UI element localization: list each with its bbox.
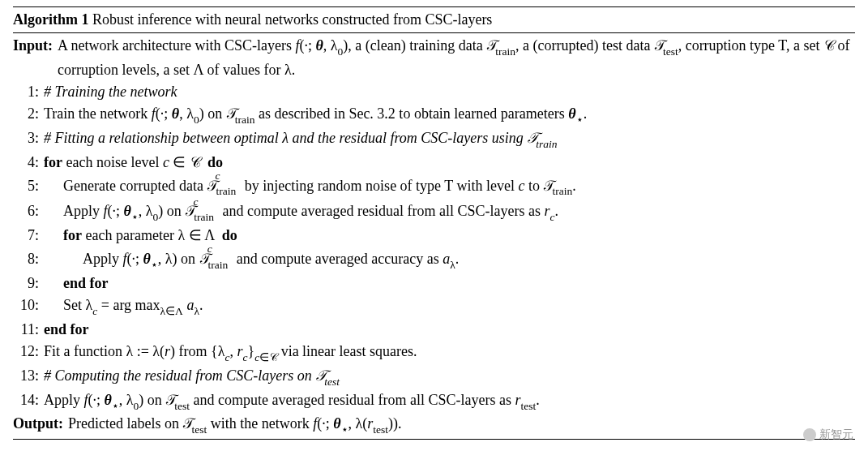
line-number: 14: [13,389,44,411]
line-content: Train the network f(·; θ, λ0) on 𝒯train … [44,103,855,127]
line-number: 11: [13,319,44,341]
line-content: for each parameter λ ∈ Λ do [44,225,855,247]
algo-line: 13:# Computing the residual from CSC-lay… [13,365,855,389]
output-label: Output: [13,413,68,435]
algo-line: 11:end for [13,319,855,341]
line-number: 13: [13,365,44,387]
output-row: Output: Predicted labels on 𝒯test with t… [13,413,855,437]
algorithm-lines: 1:# Training the network2:Train the netw… [13,81,855,414]
algo-line: 1:# Training the network [13,81,855,103]
line-content: for each noise level c ∈ 𝒞 do [44,152,855,174]
line-content: # Training the network [44,81,855,103]
algorithm-number: Algorithm 1 [13,11,89,28]
algorithm-title-row: Algorithm 1 Robust inference with neural… [13,7,855,33]
input-text: A network architecture with CSC-layers f… [58,35,855,81]
output-text: Predicted labels on 𝒯test with the netwo… [68,413,855,437]
algo-line: 5:Generate corrupted data 𝒯trainc by inj… [13,174,855,200]
watermark: 新智元 [803,426,853,443]
algo-line: 9:end for [13,273,855,294]
algorithm-block: Algorithm 1 Robust inference with neural… [13,6,855,440]
algorithm-title: Robust inference with neural networks co… [92,11,492,28]
line-number: 10: [13,294,44,316]
input-row: Input: A network architecture with CSC-l… [13,35,855,81]
algorithm-body: Input: A network architecture with CSC-l… [13,33,855,439]
input-label: Input: [13,35,58,57]
algo-line: 2:Train the network f(·; θ, λ0) on 𝒯trai… [13,103,855,127]
algo-line: 4:for each noise level c ∈ 𝒞 do [13,152,855,174]
algo-line: 12:Fit a function λ := λ(r) from {λc, rc… [13,341,855,365]
line-number: 4: [13,152,44,174]
algo-line: 6:Apply f(·; θ⋆, λ0) on 𝒯trainc and comp… [13,199,855,225]
line-number: 8: [13,248,44,270]
line-content: Set λc = arg maxλ∈Λ aλ. [44,294,855,319]
algo-line: 7:for each parameter λ ∈ Λ do [13,225,855,247]
line-number: 2: [13,103,44,125]
line-content: Apply f(·; θ⋆, λ) on 𝒯trainc and compute… [44,247,855,273]
watermark-text: 新智元 [819,426,853,443]
line-number: 9: [13,273,44,294]
line-content: Apply f(·; θ⋆, λ0) on 𝒯test and compute … [44,389,855,414]
algo-line: 14:Apply f(·; θ⋆, λ0) on 𝒯test and compu… [13,389,855,414]
line-content: Generate corrupted data 𝒯trainc by injec… [44,174,855,200]
line-number: 6: [13,200,44,222]
line-content: end for [44,273,855,294]
line-content: Apply f(·; θ⋆, λ0) on 𝒯trainc and comput… [44,199,855,225]
line-content: end for [44,319,855,341]
line-number: 1: [13,81,44,103]
line-number: 12: [13,341,44,363]
line-content: # Computing the residual from CSC-layers… [44,365,855,389]
line-content: Fit a function λ := λ(r) from {λc, rc}c∈… [44,341,855,365]
watermark-icon [803,428,816,441]
algo-line: 8:Apply f(·; θ⋆, λ) on 𝒯trainc and compu… [13,247,855,273]
line-number: 3: [13,127,44,149]
line-number: 7: [13,225,44,247]
line-content: # Fitting a relationship between optimal… [44,127,855,152]
algo-line: 10:Set λc = arg maxλ∈Λ aλ. [13,294,855,319]
algo-line: 3:# Fitting a relationship between optim… [13,127,855,152]
line-number: 5: [13,175,44,197]
